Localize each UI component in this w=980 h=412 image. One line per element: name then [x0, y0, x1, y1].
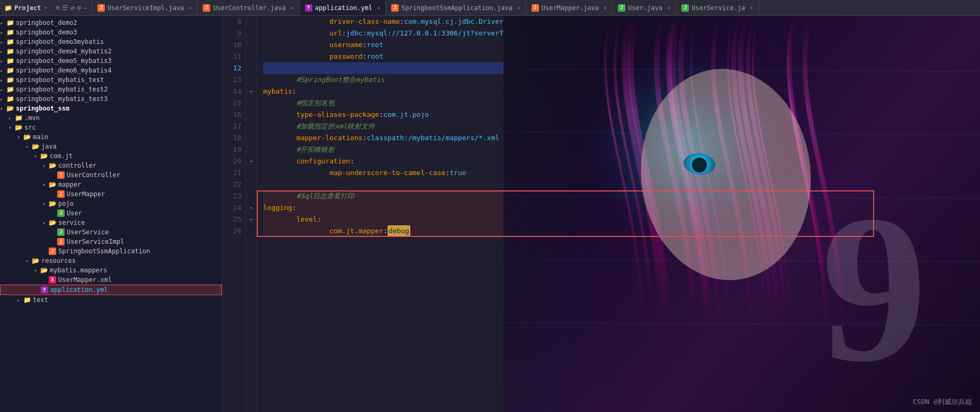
line-num-23: 23	[222, 190, 241, 202]
tree-icon-2: 📁	[6, 38, 14, 45]
tree-item-26[interactable]: ▾📂mybatis.mappers	[0, 265, 222, 275]
tab-close-3[interactable]: ✕	[517, 5, 520, 11]
line-num-22: 22	[222, 179, 241, 190]
tree-item-23[interactable]: JUserServiceImpl	[0, 237, 222, 246]
tree-icon-29: 📁	[23, 296, 31, 304]
tree-item-3[interactable]: ▸📁springboot_demo4_mybatis2	[0, 47, 222, 56]
tab-3[interactable]: J SpringbootSsmApplication.java ✕	[386, 0, 526, 16]
tree-icon-0: 📁	[6, 19, 14, 26]
tree-item-11[interactable]: ▾📂src	[0, 123, 222, 132]
tab-close-5[interactable]: ✕	[667, 5, 670, 11]
tab-close-0[interactable]: ✕	[188, 5, 192, 11]
tab-icon-1: J	[203, 4, 210, 12]
tree-arrow-12: ▾	[17, 134, 23, 140]
tree-icon-27: X	[49, 276, 56, 283]
tree-item-21[interactable]: ▾📂service	[0, 218, 222, 227]
tree-icon-11: 📂	[15, 124, 22, 131]
fold-gutter-14[interactable]: ▾	[246, 86, 256, 97]
tree-icon-18: J	[57, 190, 65, 198]
tree-icon-15: 📂	[49, 162, 56, 169]
comment-5: #SpringBoot整合mybatis	[296, 74, 385, 86]
tab-5[interactable]: J User.java ✕	[613, 0, 676, 16]
comment-11: #开驼峰映射	[296, 144, 335, 155]
tree-label-21: service	[58, 219, 85, 226]
toolbar-icon-3[interactable]: ⇄	[70, 4, 75, 12]
tab-icon-3: J	[391, 4, 399, 12]
tab-icon-5: J	[618, 4, 625, 12]
tree-item-29[interactable]: ▸📁test	[0, 295, 222, 305]
fold-gutter-25[interactable]: ▾	[246, 214, 256, 225]
tree-item-28[interactable]: Yapplication.yml	[0, 285, 222, 295]
tree-item-10[interactable]: ▸📁.mvn	[0, 113, 222, 123]
tree-label-8: springboot_mybatis_test3	[16, 95, 107, 103]
tree-arrow-11: ▾	[8, 125, 15, 131]
tree-item-1[interactable]: ▸📁springboot_demo3	[0, 28, 222, 37]
tab-4[interactable]: J UserMapper.java ✕	[526, 0, 613, 16]
fold-gutter-21	[246, 167, 256, 179]
toolbar-icon-1[interactable]: ⊕	[56, 4, 60, 12]
tab-close-1[interactable]: ✕	[291, 5, 294, 11]
tab-0[interactable]: J UserServiceImpl.java ✕	[92, 0, 198, 16]
val-10: classpath:/mybatis/mappers/*.xml	[367, 132, 499, 144]
tree-label-11: src	[24, 124, 36, 131]
tree-label-24: SpringbootSsmApplication	[58, 248, 150, 255]
tab-close-4[interactable]: ✕	[604, 5, 607, 11]
tree-item-18[interactable]: JUserMapper	[0, 189, 222, 199]
tree-item-25[interactable]: ▾📂resources	[0, 256, 222, 265]
fold-gutter-20[interactable]: ▾	[246, 155, 256, 167]
tree-icon-20: J	[57, 209, 65, 217]
tab-close-6[interactable]: ✕	[750, 5, 753, 11]
toolbar-icon-4[interactable]: ⚙	[77, 4, 81, 12]
tree-item-22[interactable]: JUserService	[0, 227, 222, 237]
tab-6[interactable]: J UserService.ja ✕	[676, 0, 759, 16]
tab-label-6: UserService.ja	[691, 4, 745, 12]
tree-item-0[interactable]: ▸📁springboot_demo2	[0, 18, 222, 28]
tab-close-2[interactable]: ✕	[377, 5, 380, 11]
tree-item-4[interactable]: ▸📁springboot_demo5_mybatis3	[0, 56, 222, 66]
tree-item-8[interactable]: ▸📁springboot_mybatis_test3	[0, 94, 222, 104]
tree-item-5[interactable]: ▸📁springboot_demo6_mybatis4	[0, 66, 222, 75]
tree-item-9[interactable]: ▾📂springboot_ssm	[0, 104, 222, 113]
line-num-19: 19	[222, 144, 241, 155]
tree-item-27[interactable]: XUserMapper.xml	[0, 275, 222, 285]
code-line-14: mybatis:	[263, 86, 980, 97]
fold-gutter-16	[246, 109, 256, 121]
line-num-17: 17	[222, 121, 241, 132]
key-1: url	[329, 28, 341, 39]
fold-gutter-13	[246, 74, 256, 86]
code-line-19: #开驼峰映射	[263, 144, 980, 155]
tab-icon-0: J	[97, 4, 105, 12]
key-0: driver-class-name	[329, 16, 400, 28]
tree-icon-13: 📂	[32, 143, 39, 150]
dropdown-icon[interactable]: ▾	[44, 5, 48, 11]
tab-label-5: User.java	[628, 4, 662, 12]
key-6: mybatis	[263, 86, 292, 97]
tab-2[interactable]: Y application.yml ✕	[300, 0, 386, 16]
tree-item-7[interactable]: ▸📁springboot_mybatis_test2	[0, 85, 222, 94]
fold-gutter-23	[246, 190, 256, 202]
tree-item-24[interactable]: JSpringbootSsmApplication	[0, 246, 222, 256]
tab-1[interactable]: J UserController.java ✕	[197, 0, 299, 16]
tree-item-13[interactable]: ▾📂java	[0, 142, 222, 151]
fold-gutter-24[interactable]: ▾	[246, 202, 256, 214]
line-num-12: 12	[222, 62, 241, 74]
tree-item-20[interactable]: JUser	[0, 208, 222, 218]
line-num-14: 14	[222, 86, 241, 97]
tree-item-2[interactable]: ▸📁springboot_demo3mybatis	[0, 37, 222, 47]
tree-item-17[interactable]: ▾📂mapper	[0, 180, 222, 189]
tree-item-19[interactable]: ▾📂pojo	[0, 199, 222, 208]
tree-item-14[interactable]: ▾📂com.jt	[0, 151, 222, 161]
tree-item-16[interactable]: JUserController	[0, 170, 222, 180]
toolbar-icon-2[interactable]: ☰	[62, 4, 68, 12]
tree-item-12[interactable]: ▾📂main	[0, 132, 222, 142]
val-1: jdbc:mysql://127.0.0.1:3306/jt?serverTim…	[346, 28, 678, 39]
tree-item-15[interactable]: ▾📂controller	[0, 161, 222, 170]
tree-label-16: UserController	[67, 171, 120, 179]
tab-bar: 📁 Project ▾ ⊕ ☰ ⇄ ⚙ — J UserServiceImpl.…	[0, 0, 980, 16]
line-num-26: 26	[222, 225, 241, 237]
line-num-20: 20	[222, 155, 241, 167]
tree-item-6[interactable]: ▸📁springboot_mybatis_test	[0, 75, 222, 85]
tree-label-12: main	[33, 133, 48, 141]
toolbar-icon-5[interactable]: —	[83, 4, 87, 12]
key-16: logging	[263, 202, 292, 214]
